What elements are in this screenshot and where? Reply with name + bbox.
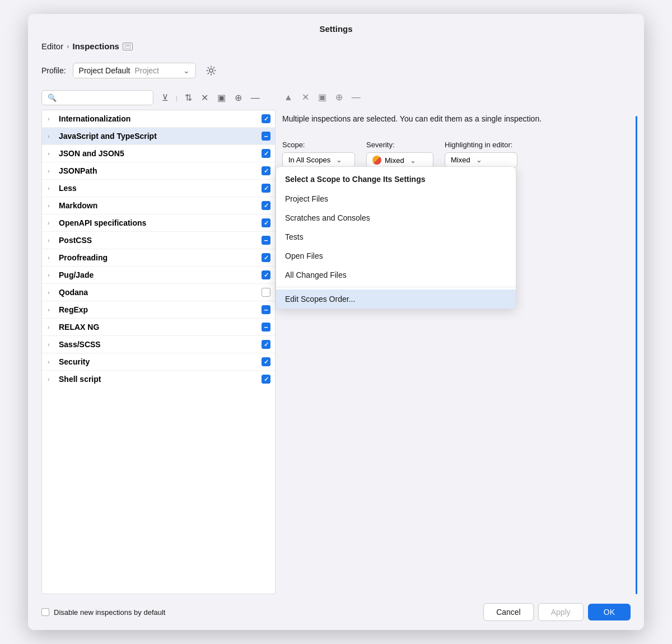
- group-icon[interactable]: ▣: [216, 91, 227, 105]
- chevron-right-icon: ›: [48, 115, 55, 122]
- item-label: Pug/Jade: [59, 270, 258, 279]
- item-checkbox[interactable]: [262, 305, 270, 314]
- list-item[interactable]: › Sass/SCSS: [42, 336, 275, 353]
- cancel-button[interactable]: Cancel: [483, 603, 534, 621]
- list-item[interactable]: › JavaScript and TypeScript: [42, 128, 275, 145]
- highlight-value: Mixed: [451, 156, 470, 164]
- chevron-right-icon: ›: [48, 185, 55, 192]
- item-checkbox[interactable]: [262, 375, 270, 384]
- item-label: Proofreading: [59, 253, 258, 262]
- filter-icon[interactable]: ⊻: [160, 91, 170, 105]
- item-checkbox[interactable]: [262, 253, 270, 262]
- collapse-icon[interactable]: ✕: [199, 91, 210, 105]
- item-label: RELAX NG: [59, 323, 258, 332]
- chevron-right-icon: ›: [48, 220, 55, 226]
- up-icon[interactable]: ▲: [282, 91, 295, 104]
- list-item[interactable]: › RELAX NG: [42, 319, 275, 336]
- scope-option-open-files[interactable]: Open Files: [276, 246, 516, 265]
- chevron-right-icon: ›: [48, 202, 55, 209]
- profile-label: Profile:: [41, 66, 66, 75]
- list-item[interactable]: › Qodana: [42, 284, 275, 301]
- item-checkbox[interactable]: [262, 357, 270, 366]
- item-checkbox[interactable]: [262, 184, 270, 193]
- toolbar-row: 🔍 ⊻ | ⇅ ✕ ▣ ⊕ —: [35, 88, 276, 110]
- item-checkbox[interactable]: [262, 340, 270, 349]
- add-icon[interactable]: ⊕: [233, 91, 244, 105]
- severity-group: Severity: Mixed ⌄: [366, 141, 433, 168]
- list-item[interactable]: › Pug/Jade: [42, 267, 275, 284]
- search-icon: 🔍: [48, 94, 57, 102]
- breadcrumb-icon[interactable]: [123, 43, 133, 50]
- expand-panel-icon[interactable]: ▣: [316, 90, 328, 104]
- add-panel-icon[interactable]: ⊕: [334, 90, 344, 104]
- list-item[interactable]: › JSON and JSON5: [42, 145, 275, 162]
- highlight-dropdown[interactable]: Mixed ⌄: [445, 152, 517, 167]
- scope-option-changed-files[interactable]: All Changed Files: [276, 265, 516, 284]
- search-box[interactable]: 🔍: [41, 90, 153, 105]
- breadcrumb-current: Inspections: [73, 41, 119, 51]
- breadcrumb-editor[interactable]: Editor: [41, 41, 63, 51]
- breadcrumb-separator: ›: [67, 42, 69, 50]
- scope-severity-row: Scope: In All Scopes ⌄ Severity: Mixed ⌄: [282, 138, 637, 168]
- item-label: JSONPath: [59, 166, 258, 175]
- list-item[interactable]: › Proofreading: [42, 249, 275, 267]
- item-checkbox[interactable]: [262, 218, 270, 227]
- item-checkbox[interactable]: [262, 114, 270, 123]
- profile-name: Project Default: [79, 66, 130, 75]
- severity-arrow-icon: ⌄: [410, 156, 416, 165]
- chevron-right-icon: ›: [48, 324, 55, 330]
- expand-icon[interactable]: ⇅: [183, 91, 194, 105]
- close-icon[interactable]: ✕: [300, 90, 311, 104]
- item-checkbox[interactable]: [262, 166, 270, 175]
- apply-button[interactable]: Apply: [538, 603, 584, 621]
- list-item[interactable]: › JSONPath: [42, 162, 275, 180]
- gear-button[interactable]: [203, 62, 220, 79]
- right-toolbar: ▲ ✕ ▣ ⊕ —: [282, 88, 637, 109]
- profile-sub: Project: [134, 66, 159, 75]
- item-label: Sass/SCSS: [59, 340, 258, 349]
- remove-icon[interactable]: —: [249, 91, 262, 105]
- profile-dropdown[interactable]: Project Default Project ⌄: [73, 63, 196, 78]
- list-item[interactable]: › RegExp: [42, 301, 275, 319]
- minus-panel-icon[interactable]: —: [350, 91, 362, 104]
- chevron-right-icon: ›: [48, 358, 55, 365]
- disable-checkbox[interactable]: [41, 608, 49, 616]
- list-item[interactable]: › Internationalization: [42, 110, 275, 128]
- item-label: RegExp: [59, 305, 258, 314]
- item-label: Markdown: [59, 201, 258, 210]
- item-checkbox[interactable]: [262, 201, 270, 210]
- bottom-row: Disable new inspections by default Cance…: [28, 594, 644, 630]
- scope-option-tests[interactable]: Tests: [276, 227, 516, 246]
- scope-group: Scope: In All Scopes ⌄: [282, 141, 355, 167]
- scope-label: Scope:: [282, 141, 355, 149]
- svg-rect-0: [125, 44, 130, 49]
- scope-option-project-files[interactable]: Project Files: [276, 189, 516, 208]
- item-label: OpenAPI specifications: [59, 218, 258, 227]
- scope-option-edit-order[interactable]: Edit Scopes Order...: [276, 290, 516, 309]
- chevron-right-icon: ›: [48, 272, 55, 278]
- chevron-right-icon: ›: [48, 237, 55, 244]
- settings-dialog: Settings Editor › Inspections Profile: P…: [28, 14, 644, 630]
- list-item[interactable]: › Security: [42, 353, 275, 371]
- item-checkbox[interactable]: [262, 236, 270, 245]
- disable-label: Disable new inspections by default: [54, 608, 165, 617]
- list-item[interactable]: › Markdown: [42, 197, 275, 214]
- list-item[interactable]: › PostCSS: [42, 232, 275, 249]
- list-item[interactable]: › OpenAPI specifications: [42, 214, 275, 232]
- list-item[interactable]: › Less: [42, 180, 275, 197]
- item-label: Security: [59, 357, 258, 366]
- item-checkbox[interactable]: [262, 132, 270, 141]
- item-checkbox[interactable]: [262, 323, 270, 332]
- highlight-arrow-icon: ⌄: [476, 156, 482, 164]
- item-checkbox[interactable]: [262, 270, 270, 279]
- ok-button[interactable]: OK: [588, 604, 631, 620]
- item-checkbox[interactable]: [262, 288, 270, 297]
- scope-option-scratches[interactable]: Scratches and Consoles: [276, 208, 516, 227]
- severity-value: Mixed: [385, 156, 404, 165]
- scope-popup-title: Select a Scope to Change Its Settings: [276, 167, 516, 189]
- item-checkbox[interactable]: [262, 149, 270, 158]
- scope-dropdown[interactable]: In All Scopes ⌄: [282, 152, 355, 167]
- list-item[interactable]: › Shell script: [42, 371, 275, 388]
- severity-dropdown[interactable]: Mixed ⌄: [366, 152, 433, 168]
- toolbar-icons: ⊻ | ⇅ ✕ ▣ ⊕ —: [160, 91, 262, 105]
